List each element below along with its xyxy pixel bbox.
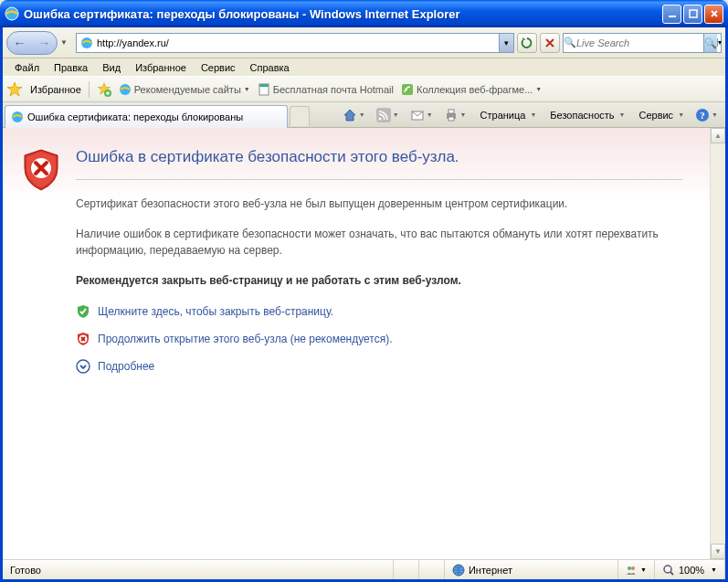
page-icon [79,36,94,50]
tools-menu[interactable]: Сервис▼ [632,105,688,125]
tab-row: Ошибка сертификата: переходы блокированы… [3,102,725,128]
svg-rect-10 [376,108,391,122]
menu-help[interactable]: Справка [244,60,296,75]
slice-icon [401,83,414,96]
home-button[interactable]: ▼ [339,105,369,125]
close-page-link[interactable]: Щелкните здесь, чтобы закрыть веб-страни… [76,304,682,319]
window-title: Ошибка сертификата: переходы блокированы… [24,7,660,21]
dropdown-icon: ▼ [535,86,542,92]
globe-icon [452,564,465,577]
back-icon: ← [14,36,26,50]
status-text: Готово [3,560,394,579]
title-bar: Ошибка сертификата: переходы блокированы… [0,0,728,27]
continue-link[interactable]: Продолжить открытие этого веб-узла (не р… [76,332,682,346]
security-zone[interactable]: Интернет [445,560,618,579]
navigation-toolbar: ← → ▼ ▾ 🔍 🔍 ▾ [3,27,725,58]
suggested-sites-link[interactable]: Рекомендуемые сайты ▼ [119,83,250,96]
dropdown-icon: ▼ [640,566,647,573]
menu-edit[interactable]: Правка [47,60,94,75]
favorites-star-icon[interactable] [6,81,23,98]
svg-rect-14 [448,110,454,113]
close-button[interactable] [704,5,723,24]
error-p1: Сертификат безопасности этого веб-узла н… [76,196,682,212]
command-bar: ▼ ▼ ▼ ▼ Страница▼ Безопасность▼ Сервис▼ … [339,105,722,125]
ie-icon [11,111,24,123]
shield-error-icon [21,148,61,386]
status-bar: Готово Интернет ▼ 100% ▼ [3,559,725,579]
content-area: Ошибка в сертификате безопасности этого … [3,128,725,559]
status-icon-2 [419,560,445,579]
menu-file[interactable]: Файл [8,60,46,75]
feeds-button[interactable]: ▼ [373,105,403,125]
search-icon: 🔍 [564,37,576,48]
vertical-scrollbar[interactable]: ▲ ▼ [710,128,725,559]
error-recommendation: Рекомендуется закрыть веб-страницу и не … [76,273,682,289]
more-info-link[interactable]: Подробнее [76,359,682,374]
ie-icon [5,6,19,21]
users-icon [626,565,637,576]
web-slices-link[interactable]: Коллекция веб-фрагме... ▼ [401,83,542,96]
error-heading: Ошибка в сертификате безопасности этого … [76,148,682,166]
print-button[interactable]: ▼ [440,105,470,125]
browser-tab[interactable]: Ошибка сертификата: переходы блокированы [5,105,288,128]
search-input[interactable] [576,37,703,48]
forward-icon: → [38,36,51,50]
address-bar[interactable]: ▾ [76,33,514,53]
svg-rect-15 [448,117,454,121]
menu-favorites[interactable]: Избранное [129,60,193,75]
search-go-button[interactable]: 🔍 [703,34,717,52]
search-box[interactable]: 🔍 🔍 ▾ [563,33,722,53]
zoom-icon [662,564,675,577]
divider [76,179,682,180]
svg-rect-2 [690,10,697,17]
scroll-up-button[interactable]: ▲ [711,128,725,143]
safety-menu[interactable]: Безопасность▼ [543,105,628,125]
menu-tools[interactable]: Сервис [195,60,242,75]
svg-point-20 [77,360,90,373]
scroll-down-button[interactable]: ▼ [711,544,725,559]
address-dropdown[interactable]: ▾ [499,34,513,52]
zoom-control[interactable]: 100% ▼ [655,560,725,579]
svg-text:?: ? [700,110,705,121]
minimize-button[interactable] [662,5,681,24]
shield-ok-icon [76,304,90,319]
tab-title: Ошибка сертификата: переходы блокированы [27,111,243,122]
maximize-button[interactable] [683,5,702,24]
dropdown-icon: ▼ [711,566,717,573]
svg-point-22 [628,566,631,570]
shield-error-small-icon [76,332,90,346]
read-mail-button[interactable]: ▼ [406,105,437,125]
favorites-label[interactable]: Избранное [30,84,81,95]
dropdown-icon: ▼ [244,86,250,92]
svg-rect-1 [669,16,676,17]
ie-icon [119,83,132,96]
nav-back-forward[interactable]: ← → [6,31,58,55]
url-input[interactable] [97,35,499,51]
help-button[interactable]: ?▼ [691,105,722,125]
refresh-button[interactable] [517,33,537,53]
svg-point-23 [631,566,635,570]
menu-bar: Файл Правка Вид Избранное Сервис Справка [3,58,725,77]
svg-point-24 [664,566,671,573]
page-menu[interactable]: Страница▼ [474,105,541,125]
stop-button[interactable] [540,33,560,53]
hotmail-link[interactable]: Бесплатная почта Hotmail [258,83,394,96]
page-icon [258,83,270,96]
favorites-bar: Избранное Рекомендуемые сайты ▼ Бесплатн… [3,77,725,102]
search-dropdown[interactable]: ▾ [717,38,722,47]
svg-point-11 [378,117,381,120]
add-favorites-icon[interactable] [97,82,111,97]
status-icon-1 [394,560,419,579]
error-p2: Наличие ошибок в сертификате безопасност… [76,227,682,259]
separator [89,81,90,98]
menu-view[interactable]: Вид [96,60,127,75]
new-tab-button[interactable] [290,106,310,126]
svg-rect-7 [259,84,269,87]
protected-mode[interactable]: ▼ [618,560,655,579]
nav-history-dropdown[interactable]: ▼ [60,38,73,47]
expand-icon [76,359,90,374]
